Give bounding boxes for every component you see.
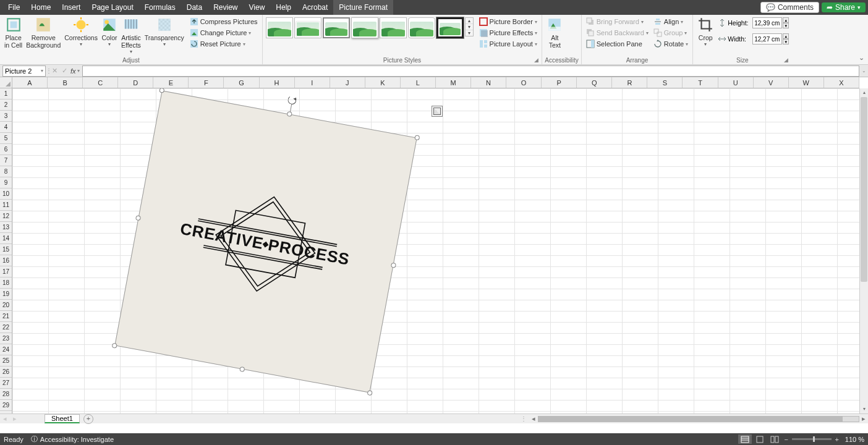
col-header-P[interactable]: P xyxy=(542,77,577,88)
row-header-20[interactable]: 20 xyxy=(0,300,12,311)
tab-file[interactable]: File xyxy=(2,0,25,15)
compress-pictures-button[interactable]: Compress Pictures xyxy=(188,17,260,27)
col-header-A[interactable]: A xyxy=(12,77,48,88)
zoom-out-button[interactable]: − xyxy=(782,436,791,443)
col-header-R[interactable]: R xyxy=(612,77,647,88)
row-header-17[interactable]: 17 xyxy=(0,266,12,278)
row-header-23[interactable]: 23 xyxy=(0,333,12,344)
align-button[interactable]: Align ▾ xyxy=(652,17,690,27)
scroll-up-icon[interactable]: ▴ xyxy=(466,18,473,24)
row-header-3[interactable]: 3 xyxy=(0,111,12,122)
col-header-I[interactable]: I xyxy=(295,77,330,88)
change-picture-button[interactable]: Change Picture ▾ xyxy=(188,28,260,38)
row-header-11[interactable]: 11 xyxy=(0,200,12,211)
col-header-J[interactable]: J xyxy=(330,77,365,88)
zoom-level[interactable]: 110 % xyxy=(845,436,864,443)
sheet-tab-sheet1[interactable]: Sheet1 xyxy=(45,414,80,423)
tab-home[interactable]: Home xyxy=(25,0,56,15)
row-header-6[interactable]: 6 xyxy=(0,144,12,155)
col-header-T[interactable]: T xyxy=(683,77,718,88)
row-header-28[interactable]: 28 xyxy=(0,389,12,400)
row-header-25[interactable]: 25 xyxy=(0,355,12,367)
resize-handle-se[interactable] xyxy=(367,390,373,396)
add-sheet-button[interactable]: + xyxy=(83,414,93,424)
remove-background-button[interactable]: Remove Background xyxy=(24,17,62,49)
inserted-picture[interactable]: CREATIVE ◆ PROCESS xyxy=(114,90,417,393)
tab-page-layout[interactable]: Page Layout xyxy=(86,0,138,15)
enter-button[interactable]: ✓ xyxy=(59,67,69,75)
select-all-corner[interactable] xyxy=(0,77,12,88)
row-header-16[interactable]: 16 xyxy=(0,255,12,266)
transparency-button[interactable]: Transparency ▾ xyxy=(143,17,186,47)
tab-data[interactable]: Data xyxy=(181,0,208,15)
artistic-effects-button[interactable]: Artistic Effects ▾ xyxy=(119,17,143,54)
col-header-E[interactable]: E xyxy=(153,77,189,88)
chevron-down-icon[interactable]: ▾ xyxy=(41,68,43,74)
row-header-12[interactable]: 12 xyxy=(0,211,12,222)
zoom-thumb[interactable] xyxy=(813,436,815,442)
tab-view[interactable]: View xyxy=(244,0,271,15)
scroll-down-icon[interactable]: ▾ xyxy=(466,24,473,30)
col-header-M[interactable]: M xyxy=(436,77,471,88)
width-down[interactable]: ▼ xyxy=(783,39,789,44)
formula-input[interactable] xyxy=(82,66,859,77)
picture-layout-button[interactable]: Picture Layout ▾ xyxy=(477,39,540,49)
col-header-H[interactable]: H xyxy=(260,77,295,88)
color-button[interactable]: Color ▾ xyxy=(100,17,119,47)
picture-border-button[interactable]: Picture Border ▾ xyxy=(477,17,540,27)
col-header-Q[interactable]: Q xyxy=(577,77,612,88)
cell-grid[interactable]: CREATIVE ◆ PROCESS xyxy=(12,88,859,413)
sheet-nav-prev[interactable]: ◂ xyxy=(0,415,10,423)
col-header-B[interactable]: B xyxy=(48,77,83,88)
row-header-1[interactable]: 1 xyxy=(0,88,12,100)
row-header-2[interactable]: 2 xyxy=(0,100,12,111)
rotate-button[interactable]: Rotate ▾ xyxy=(652,39,690,49)
view-page-layout-button[interactable] xyxy=(753,434,767,444)
row-header-15[interactable]: 15 xyxy=(0,244,12,255)
corrections-button[interactable]: Corrections ▾ xyxy=(62,17,100,47)
size-launcher[interactable]: ◢ xyxy=(784,57,790,63)
row-header-9[interactable]: 9 xyxy=(0,177,12,189)
tab-strip-options[interactable]: ⋮ xyxy=(518,415,529,422)
ribbon-collapse-button[interactable]: ⌄ xyxy=(859,54,864,62)
resize-handle-s[interactable] xyxy=(239,367,245,372)
col-header-G[interactable]: G xyxy=(224,77,259,88)
row-header-18[interactable]: 18 xyxy=(0,278,12,289)
tab-insert[interactable]: Insert xyxy=(56,0,86,15)
send-backward-button[interactable]: Send Backward ▾ xyxy=(584,28,650,38)
expand-formula-bar[interactable]: ⌄ xyxy=(859,68,868,74)
row-header-19[interactable]: 19 xyxy=(0,289,12,300)
row-header-21[interactable]: 21 xyxy=(0,311,12,322)
picture-style-1[interactable] xyxy=(266,17,293,38)
vertical-scrollbar[interactable]: ▴ ▾ xyxy=(859,88,868,413)
col-header-K[interactable]: K xyxy=(365,77,401,88)
col-header-L[interactable]: L xyxy=(401,77,436,88)
picture-style-3[interactable] xyxy=(323,17,350,38)
row-header-24[interactable]: 24 xyxy=(0,344,12,355)
share-button[interactable]: ➦ Share ▾ xyxy=(822,2,866,12)
scroll-down-icon[interactable]: ▾ xyxy=(860,405,868,413)
tab-formulas[interactable]: Formulas xyxy=(139,0,181,15)
picture-style-2[interactable] xyxy=(294,17,321,38)
cancel-button[interactable]: ✕ xyxy=(49,67,59,75)
height-up[interactable]: ▲ xyxy=(783,17,789,23)
hscroll-thumb[interactable] xyxy=(538,417,843,422)
rotate-handle[interactable] xyxy=(287,95,297,105)
col-header-N[interactable]: N xyxy=(471,77,506,88)
tab-acrobat[interactable]: Acrobat xyxy=(297,0,333,15)
name-box[interactable]: Picture 2 ▾ xyxy=(2,66,46,77)
picture-effects-button[interactable]: Picture Effects ▾ xyxy=(477,28,540,38)
row-header-29[interactable]: 29 xyxy=(0,400,12,411)
col-header-X[interactable]: X xyxy=(824,77,859,88)
col-header-D[interactable]: D xyxy=(118,77,153,88)
picture-style-7[interactable] xyxy=(436,17,464,38)
picture-style-5[interactable] xyxy=(380,17,407,38)
view-page-break-button[interactable] xyxy=(768,434,781,444)
row-header-8[interactable]: 8 xyxy=(0,166,12,177)
place-in-cell-button[interactable]: Place in Cell xyxy=(2,17,24,49)
fx-icon[interactable]: fx xyxy=(70,67,76,75)
picture-styles-launcher[interactable]: ◢ xyxy=(534,57,540,63)
hscroll-right[interactable]: ▸ xyxy=(859,415,868,423)
tab-picture-format[interactable]: Picture Format xyxy=(333,0,393,15)
row-header-10[interactable]: 10 xyxy=(0,189,12,200)
